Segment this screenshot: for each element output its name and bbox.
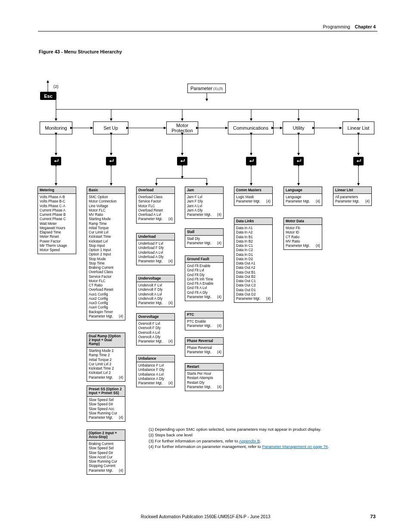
block-header: Overvoltage <box>137 314 174 320</box>
block-body: Undervolt F LvlUndervolt F DlyUndervolt … <box>137 282 174 307</box>
parameter-mgt-row: Parameter Mgt.(4) <box>138 339 173 344</box>
parameter-mgt-row: Parameter Mgt.(4) <box>89 469 123 473</box>
block-metering: MeteringVolts Phase A-BVolts Phase B-CVo… <box>37 187 76 254</box>
menu-utility: Utility <box>283 121 314 134</box>
list-item: Motor Speed <box>40 248 74 252</box>
list-item: Motor Flc <box>286 226 320 230</box>
block-underload: UnderloadUnderload F LvlUnderload F DlyU… <box>136 233 175 265</box>
list-item: MV Ratio <box>89 213 123 217</box>
list-item: Volts Phase C-A <box>40 204 74 208</box>
block-header: Undervoltage <box>137 275 174 282</box>
block-header: Phase Reversal <box>185 338 223 345</box>
list-item: Data Out B2 <box>236 275 271 279</box>
note-1: (1) Depending upon SMC option selected, … <box>149 426 329 432</box>
list-item: Undervolt A Lvl <box>138 292 173 297</box>
parameter-label: Parameter <box>190 86 212 91</box>
block-presetss: Preset SS (Option 2 Input = Preset SS)Sl… <box>87 386 125 422</box>
list-item: Slow Speed Sel <box>89 398 123 402</box>
block-undervoltage: UndervoltageUndervolt F LvlUndervolt F D… <box>136 275 175 307</box>
list-item: Overload Reset <box>89 288 123 292</box>
list-item: Language <box>286 195 320 199</box>
list-item: Unbalance A Lvl <box>138 373 173 377</box>
link-param-mgmt[interactable]: Parameter Management on page 76 <box>262 444 328 449</box>
block-body: Overvolt F LvlOvervolt F DlyOvervolt A L… <box>137 320 174 345</box>
block-body: Gnd Flt EnableGnd Flt LvlGnd Flt DlyGnd … <box>185 263 223 301</box>
list-item: Jam F Dly <box>187 199 221 204</box>
parameter-sup: (1),(3) <box>213 87 223 90</box>
menu-setup: Set Up <box>93 121 128 134</box>
list-item: Data In D2 <box>236 257 271 261</box>
list-item: Current Phase A <box>40 208 74 213</box>
block-body: PTC EnableParameter Mgt.(4) <box>185 318 223 330</box>
parameter-mgt-row: Parameter Mgt.(4) <box>89 376 123 380</box>
list-item: Starts Per Hour <box>187 372 221 376</box>
link-appendix-b[interactable]: Appendix B <box>239 439 260 443</box>
list-item: Overload A Lvl <box>138 213 173 217</box>
list-item: Service Factor <box>138 199 173 204</box>
list-item: Unbalance F Dly <box>138 368 173 372</box>
footnotes: (1) Depending upon SMC option selected, … <box>149 426 329 449</box>
list-item: Kickstart Lvl <box>89 240 123 244</box>
list-item: Undervolt F Lvl <box>138 283 173 288</box>
list-item: Slow Speed Sel <box>89 446 123 451</box>
list-item: Current Phase C <box>40 217 74 221</box>
enter-icon <box>51 157 61 165</box>
footer-pub: Rockwell Automation Publication 1560E-UM… <box>0 514 411 519</box>
list-item: MV Ratio <box>286 240 320 244</box>
block-body: Volts Phase A-BVolts Phase B-CVolts Phas… <box>38 194 76 254</box>
list-item: Overvolt F Lvl <box>138 322 173 326</box>
parameter-mgt-row: Parameter Mgt.(4) <box>187 295 221 299</box>
list-item: Unbalance A Dly <box>138 377 173 381</box>
block-body: Underload F LvlUnderload F DlyUnderload … <box>137 240 174 265</box>
block-groundfault: Ground FaultGnd Flt EnableGnd Flt LvlGnd… <box>185 255 224 301</box>
block-body: Phase ReversalParameter Mgt.(4) <box>185 345 223 356</box>
list-item: Ramp Time <box>89 222 123 226</box>
list-item: CT Ratio <box>89 283 123 288</box>
block-restart: RestartStarts Per HourRestart AttemptsRe… <box>185 363 224 391</box>
page-number: 73 <box>370 514 376 519</box>
list-item: Underload F Lvl <box>138 242 173 246</box>
list-item: Service Factor <box>89 275 123 279</box>
list-item: Data In B2 <box>236 240 271 244</box>
block-header: Preset SS (Option 2 Input = Preset SS) <box>87 386 125 397</box>
list-item: SMC Option <box>89 195 123 199</box>
enter-icon <box>246 157 256 165</box>
list-item: Data In C2 <box>236 248 271 252</box>
block-language: LanguageLanguageParameter Mgt.(4) <box>283 187 322 206</box>
list-item: Data Out A1 <box>236 261 271 266</box>
list-item: Data In A2 <box>236 230 271 235</box>
list-item: Braking Current <box>89 266 123 270</box>
list-item: Aux2 Config <box>89 297 123 301</box>
block-body: Data In A1Data In A2Data In B1Data In B2… <box>234 225 272 302</box>
list-item: Gnd Flt Enable <box>187 264 221 268</box>
block-header: Ground Fault <box>185 256 223 263</box>
list-item: Stopping Current <box>89 464 123 468</box>
block-dualramp: Dual Ramp (Option 2 Input = Dual Ramp)St… <box>87 333 125 382</box>
block-header: Metering <box>38 187 76 194</box>
annot-2: (2) <box>53 84 59 89</box>
esc-button: Esc <box>40 92 56 100</box>
list-item: Motor FLC <box>89 208 123 213</box>
list-item: Line Voltage <box>89 204 123 208</box>
block-header: Motor Data <box>284 218 322 225</box>
block-body: Starting Mode 2Ramp Time 2Initial Torque… <box>87 348 125 381</box>
block-body: LanguageParameter Mgt.(4) <box>284 194 322 205</box>
parameter-mgt-row: Parameter Mgt.(4) <box>187 241 221 246</box>
block-body: Starts Per HourRestart AttemptsRestart D… <box>185 370 223 391</box>
block-header: Unbalance <box>137 355 174 362</box>
parameter-mgt-row: Parameter Mgt.(4) <box>286 199 320 204</box>
block-header: (Option 2 Input = Accu-Stop) <box>87 430 125 441</box>
block-datalinks: Data LinksData In A1Data In A2Data In B1… <box>234 218 273 303</box>
parameter-mgt-row: Parameter Mgt.(4) <box>89 314 123 319</box>
list-item: Overload Class <box>89 270 123 274</box>
list-item: Starting Mode 2 <box>89 349 123 353</box>
list-item: Power Factor <box>40 240 74 244</box>
list-item: Meter Reset <box>40 235 74 239</box>
block-body: Logic MaskParameter Mgt.(4) <box>234 194 272 205</box>
block-basic: BasicSMC OptionMotor ConnectionLine Volt… <box>87 187 125 320</box>
list-item: Initial Torque 2 <box>89 358 123 362</box>
block-ptc: PTCPTC EnableParameter Mgt.(4) <box>185 311 224 330</box>
list-item: Gnd Flt A Lvl <box>187 286 221 290</box>
list-item: Data Out B1 <box>236 271 271 275</box>
list-item: Elapsed Time <box>40 230 74 235</box>
